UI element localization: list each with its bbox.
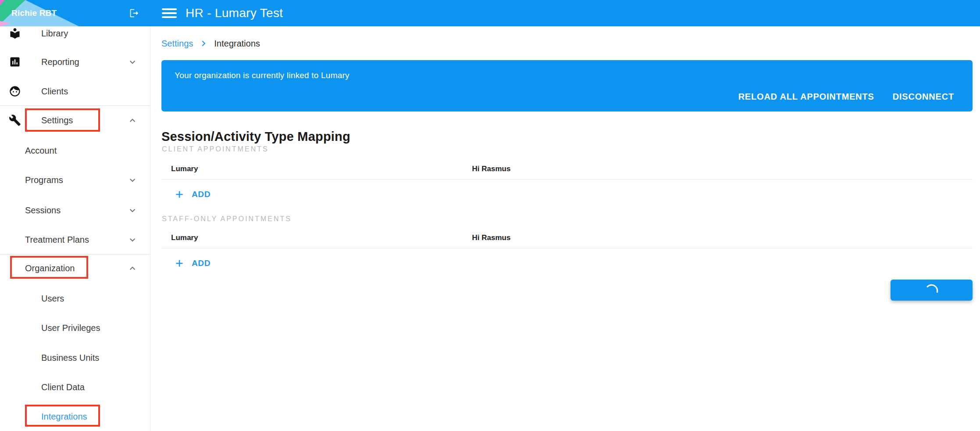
table-divider: [161, 179, 973, 180]
chevron-up-icon[interactable]: [127, 262, 138, 274]
face-icon: [9, 85, 21, 97]
banner-message: Your organization is currently linked to…: [175, 71, 349, 80]
chevron-up-icon[interactable]: [127, 115, 138, 126]
plus-icon: [174, 258, 185, 269]
breadcrumb: Settings Integrations: [161, 38, 260, 49]
sidebar-item-label: Users: [41, 294, 64, 304]
column-header-hi-rasmus: Hi Rasmus: [472, 233, 511, 242]
sidebar-item-label: Library: [41, 29, 68, 39]
sidebar-item-reporting[interactable]: Reporting: [0, 47, 150, 76]
sidebar-item-client-data[interactable]: Client Data: [0, 373, 150, 402]
column-header-lumary: Lumary: [171, 233, 198, 242]
sidebar-item-label: User Privileges: [41, 323, 100, 333]
chevron-down-icon[interactable]: [127, 234, 138, 245]
sidebar-item-label: Reporting: [41, 57, 79, 67]
column-header-hi-rasmus: Hi Rasmus: [472, 165, 511, 173]
add-client-mapping-button[interactable]: ADD: [174, 188, 211, 201]
sidebar: Library Reporting Clients Settings: [0, 0, 150, 431]
sidebar-item-label: Integrations: [41, 412, 87, 422]
sidebar-item-sessions[interactable]: Sessions: [0, 196, 150, 225]
loading-button[interactable]: [891, 280, 973, 301]
wrench-icon: [9, 114, 21, 126]
sidebar-item-label: Clients: [41, 86, 68, 97]
sidebar-item-label: Business Units: [41, 353, 99, 363]
breadcrumb-current: Integrations: [214, 39, 260, 49]
table-divider: [161, 248, 973, 248]
page-title: HR - Lumary Test: [186, 0, 283, 26]
library-icon: [9, 27, 21, 40]
breadcrumb-settings-link[interactable]: Settings: [161, 39, 193, 49]
add-button-label: ADD: [192, 190, 211, 199]
sidebar-item-label: Sessions: [25, 205, 61, 216]
sidebar-item-label: Organization: [25, 263, 75, 273]
app-bar: Richie RBT HR - Lumary Test: [0, 0, 980, 26]
chevron-down-icon[interactable]: [127, 56, 138, 68]
disconnect-button[interactable]: DISCONNECT: [886, 87, 961, 106]
add-staff-mapping-button[interactable]: ADD: [174, 257, 211, 270]
chevron-down-icon[interactable]: [127, 205, 138, 216]
chevron-right-icon: [199, 39, 208, 48]
sidebar-item-label: Settings: [41, 115, 73, 126]
staff-only-appointments-label: STAFF-ONLY APPOINTMENTS: [162, 215, 292, 223]
sidebar-item-account[interactable]: Account: [0, 136, 150, 165]
sidebar-item-users[interactable]: Users: [0, 284, 150, 313]
sidebar-item-label: Programs: [25, 175, 63, 185]
sidebar-item-label: Client Data: [41, 382, 85, 392]
sidebar-item-integrations[interactable]: Integrations: [0, 402, 150, 431]
sidebar-item-organization[interactable]: Organization: [0, 254, 150, 283]
sidebar-item-label: Account: [25, 146, 57, 156]
sidebar-item-user-privileges[interactable]: User Privileges: [0, 313, 150, 342]
section-heading: Session/Activity Type Mapping: [161, 129, 351, 144]
sidebar-item-business-units[interactable]: Business Units: [0, 343, 150, 372]
page: Library Reporting Clients Settings: [0, 0, 980, 431]
sidebar-item-clients[interactable]: Clients: [0, 77, 150, 106]
column-header-lumary: Lumary: [171, 165, 198, 173]
brand-name: Richie RBT: [11, 0, 57, 26]
logout-icon[interactable]: [129, 7, 140, 19]
hamburger-icon[interactable]: [162, 8, 177, 18]
linked-status-banner: Your organization is currently linked to…: [161, 60, 973, 111]
sidebar-item-treatment-plans[interactable]: Treatment Plans: [0, 225, 150, 254]
sidebar-item-settings[interactable]: Settings: [0, 106, 150, 135]
add-button-label: ADD: [192, 259, 211, 268]
chevron-down-icon[interactable]: [127, 174, 138, 186]
bar-chart-icon: [9, 56, 21, 68]
plus-icon: [174, 189, 185, 200]
client-appointments-label: CLIENT APPOINTMENTS: [162, 145, 268, 153]
reload-all-appointments-button[interactable]: RELOAD ALL APPOINTMENTS: [731, 87, 881, 106]
spinner-arc-icon: [924, 283, 939, 298]
sidebar-item-label: Treatment Plans: [25, 235, 89, 245]
sidebar-item-programs[interactable]: Programs: [0, 165, 150, 194]
banner-actions: RELOAD ALL APPOINTMENTS DISCONNECT: [731, 87, 961, 106]
